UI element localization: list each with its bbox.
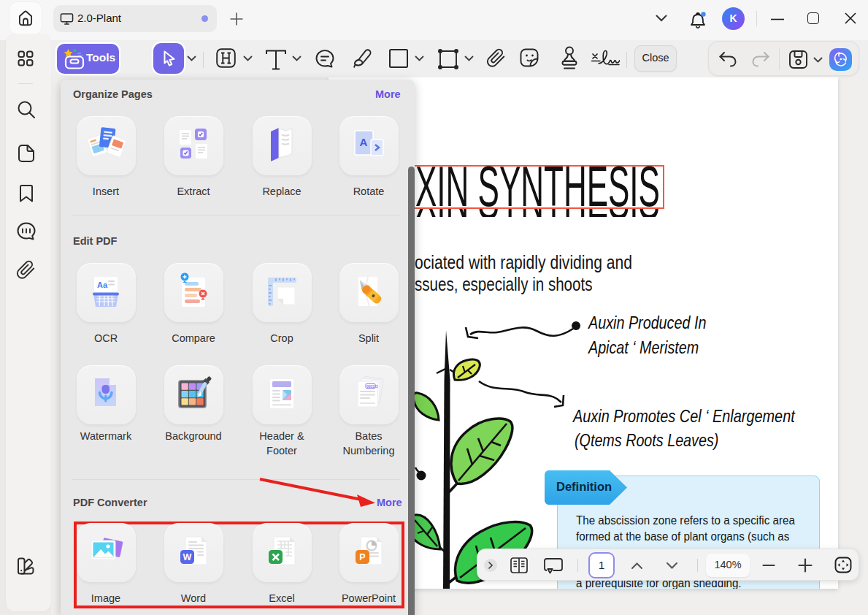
svg-text:A: A <box>360 136 368 148</box>
svg-text:P: P <box>359 552 365 562</box>
svg-text:W: W <box>183 552 192 562</box>
svg-text:000123: 000123 <box>366 385 378 389</box>
svg-text:Aa: Aa <box>97 280 108 289</box>
